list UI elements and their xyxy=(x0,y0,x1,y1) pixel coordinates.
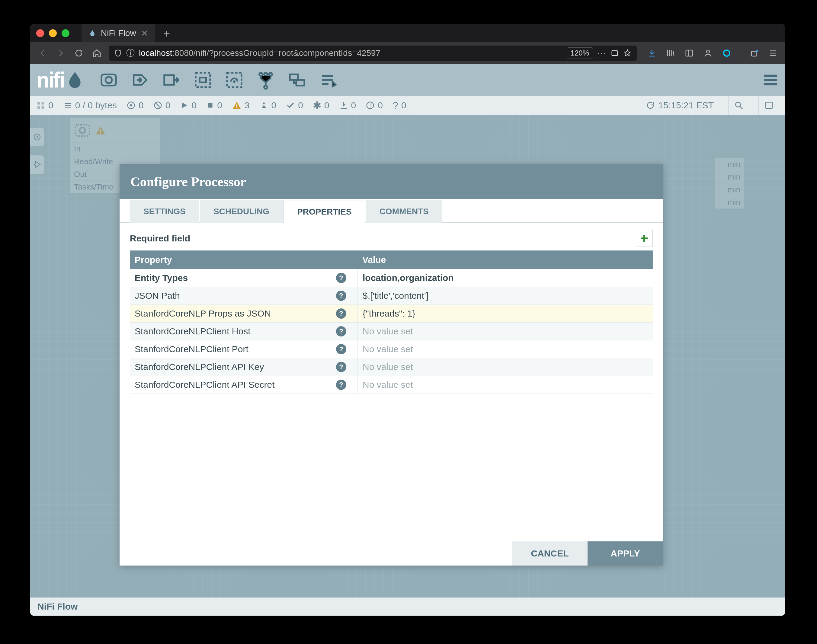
stat-unknown: ?0 xyxy=(393,100,406,111)
property-value[interactable]: No value set xyxy=(358,323,598,340)
dialog-tabs: SETTINGS SCHEDULING PROPERTIES COMMENTS xyxy=(120,199,663,223)
add-property-button[interactable] xyxy=(636,230,653,247)
svg-point-6 xyxy=(756,50,759,52)
window-titlebar: NiFi Flow ✕ ＋ xyxy=(30,24,785,42)
property-value[interactable]: $.['title','content'] xyxy=(358,287,598,305)
processor-tool-icon[interactable] xyxy=(99,70,118,90)
dialog-footer: CANCEL APPLY xyxy=(120,541,663,566)
home-button[interactable] xyxy=(91,47,103,60)
svg-rect-5 xyxy=(751,51,757,56)
svg-rect-28 xyxy=(236,104,237,107)
svg-point-32 xyxy=(736,102,740,107)
cancel-button[interactable]: CANCEL xyxy=(512,541,588,566)
svg-rect-9 xyxy=(196,73,210,87)
window-zoom-button[interactable] xyxy=(61,29,69,37)
back-button[interactable] xyxy=(36,47,49,60)
zoom-indicator[interactable]: 120% xyxy=(567,48,593,59)
remote-group-tool-icon[interactable] xyxy=(225,70,244,90)
ring-icon[interactable] xyxy=(721,48,733,59)
property-row[interactable]: JSON Path?$.['title','content'] xyxy=(130,287,653,305)
svg-text:i: i xyxy=(370,102,371,108)
svg-rect-8 xyxy=(164,75,174,85)
reload-button[interactable] xyxy=(72,47,85,60)
nifi-drop-icon xyxy=(89,29,96,37)
dialog-title: Configure Processor xyxy=(120,164,663,199)
property-row[interactable]: StanfordCoreNLPClient API Key?No value s… xyxy=(130,358,653,376)
label-tool-icon[interactable] xyxy=(319,70,338,90)
global-menu-icon[interactable] xyxy=(762,72,779,89)
browser-window: NiFi Flow ✕ ＋ ⓘ localhost:8080/nifi/?pro… xyxy=(30,24,785,616)
template-tool-icon[interactable] xyxy=(287,70,307,90)
property-row[interactable]: StanfordCoreNLPClient API Secret?No valu… xyxy=(130,376,653,394)
property-value[interactable]: No value set xyxy=(358,376,598,394)
tab-comments[interactable]: COMMENTS xyxy=(366,200,442,223)
property-name: StanfordCoreNLPClient Port xyxy=(130,340,325,358)
tab-properties[interactable]: PROPERTIES xyxy=(284,200,365,223)
svg-point-3 xyxy=(706,50,710,53)
canvas[interactable]: In Read/Write Out Tasks/Time min min min… xyxy=(30,115,785,598)
stat-locally-modified: ✱0 xyxy=(313,99,329,111)
svg-line-33 xyxy=(740,107,742,109)
bookmark-star-icon[interactable] xyxy=(623,49,632,57)
stat-running: 0 xyxy=(180,100,197,110)
property-row[interactable]: StanfordCoreNLP Props as JSON?{"threads"… xyxy=(130,305,653,323)
sidebar-icon[interactable] xyxy=(683,48,695,59)
stat-stale: 0 xyxy=(339,100,356,110)
help-icon[interactable]: ? xyxy=(325,308,358,319)
properties-table-header: Property Value xyxy=(130,250,653,269)
window-close-button[interactable] xyxy=(36,29,44,37)
property-name: JSON Path xyxy=(130,287,325,305)
stat-refresh[interactable]: 15:15:21 EST xyxy=(646,100,714,110)
property-name: StanfordCoreNLPClient Host xyxy=(130,323,325,340)
download-icon[interactable] xyxy=(646,48,657,59)
property-value[interactable]: No value set xyxy=(358,340,598,358)
account-icon[interactable] xyxy=(702,48,714,59)
funnel-tool-icon[interactable] xyxy=(256,70,275,90)
shield-icon xyxy=(114,49,122,57)
property-row[interactable]: Entity Types?location,organization xyxy=(130,269,653,287)
col-property: Property xyxy=(130,250,358,269)
svg-rect-11 xyxy=(227,73,241,87)
reader-icon[interactable] xyxy=(610,49,619,57)
breadcrumb[interactable]: NiFi Flow xyxy=(30,598,785,616)
help-icon[interactable]: ? xyxy=(325,326,358,336)
output-port-tool-icon[interactable] xyxy=(162,70,181,90)
library-icon[interactable] xyxy=(665,48,676,59)
svg-point-16 xyxy=(264,86,267,89)
help-icon[interactable]: ? xyxy=(325,291,358,301)
help-icon[interactable]: ? xyxy=(325,344,358,354)
search-button[interactable] xyxy=(728,96,749,115)
new-tab-button[interactable]: ＋ xyxy=(161,26,172,41)
forward-button[interactable] xyxy=(54,47,67,60)
close-icon[interactable]: ✕ xyxy=(141,28,148,38)
help-icon[interactable]: ? xyxy=(325,380,358,390)
properties-table: Property Value Entity Types?location,org… xyxy=(130,250,653,394)
property-value[interactable]: location,organization xyxy=(358,269,598,287)
tab-settings[interactable]: SETTINGS xyxy=(130,200,199,223)
app-menu-icon[interactable] xyxy=(768,48,779,59)
svg-rect-20 xyxy=(41,102,45,105)
help-icon[interactable]: ? xyxy=(325,273,358,283)
property-row[interactable]: StanfordCoreNLPClient Port?No value set xyxy=(130,340,653,358)
input-port-tool-icon[interactable] xyxy=(131,70,150,90)
url-text: localhost:8080/nifi/?processGroupId=root… xyxy=(139,48,562,58)
stat-disabled: 0 xyxy=(260,100,276,110)
ellipsis-icon[interactable]: ⋯ xyxy=(597,48,606,58)
extensions-icon[interactable] xyxy=(749,48,760,59)
apply-button[interactable]: APPLY xyxy=(588,541,663,566)
svg-rect-19 xyxy=(37,102,40,105)
bulletin-button[interactable] xyxy=(759,96,779,115)
property-row[interactable]: StanfordCoreNLPClient Host?No value set xyxy=(130,323,653,340)
tab-scheduling[interactable]: SCHEDULING xyxy=(200,200,283,223)
component-toolbar xyxy=(99,70,338,90)
process-group-tool-icon[interactable] xyxy=(193,70,213,90)
help-icon[interactable]: ? xyxy=(325,362,358,372)
property-value[interactable]: {"threads": 1} xyxy=(358,305,598,322)
svg-rect-34 xyxy=(766,102,772,108)
address-bar[interactable]: ⓘ localhost:8080/nifi/?processGroupId=ro… xyxy=(109,46,637,61)
window-minimize-button[interactable] xyxy=(49,29,57,37)
svg-rect-18 xyxy=(296,80,304,86)
browser-tab[interactable]: NiFi Flow ✕ xyxy=(81,24,155,42)
property-value[interactable]: No value set xyxy=(358,358,598,376)
property-name: StanfordCoreNLPClient API Key xyxy=(130,358,325,376)
